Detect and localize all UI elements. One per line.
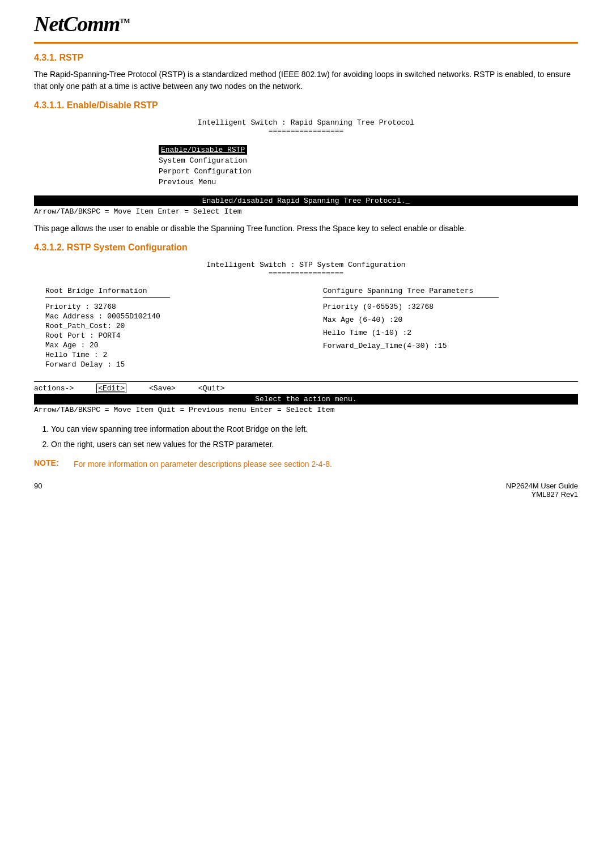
footer-page-number: 90 (34, 482, 42, 499)
config-row-forwarddelay: Forward_Delay_Time(4-30) :15 (323, 342, 567, 350)
menu-item-1[interactable]: System Configuration (159, 155, 453, 166)
root-bridge-row-6: Forward Delay : 15 (45, 360, 289, 369)
root-bridge-row-1: Mac Address : 00055D102140 (45, 312, 289, 321)
footer-right: NP2624M User Guide YML827 Rev1 (506, 482, 578, 499)
root-bridge-row-5: Hello Time : 2 (45, 351, 289, 359)
edit-button[interactable]: <Edit> (96, 384, 126, 393)
menu-item-3[interactable]: Previous Menu (159, 177, 453, 188)
stp-config-title: Intelligent Switch : STP System Configur… (34, 261, 578, 278)
section-431-heading: 4.3.1. RSTP (34, 53, 578, 63)
config-row-maxage: Max Age (6-40) :20 (323, 316, 567, 324)
stp-terminal-title: Intelligent Switch : STP System Configur… (206, 261, 405, 269)
config-row-hellotime: Hello Time (1-10) :2 (323, 329, 567, 337)
menu-item-enable-disable-rstp[interactable]: Enable/Disable RSTP (159, 145, 247, 155)
note-item-2: On the right, users can set new values f… (51, 439, 578, 450)
rstp-menu-title: Intelligent Switch : Rapid Spanning Tree… (159, 118, 453, 135)
logo: NetCommTM (34, 11, 130, 36)
root-bridge-col: Root Bridge Information Priority : 32768… (45, 287, 289, 370)
section-4311-description: This page allows the user to enable or d… (34, 223, 578, 235)
rstp-terminal-title: Intelligent Switch : Rapid Spanning Tree… (198, 118, 414, 127)
root-bridge-title: Root Bridge Information (45, 287, 289, 295)
status-bar-1: Enabled/disabled Rapid Spanning Tree Pro… (34, 195, 578, 217)
rstp-menu-terminal: Intelligent Switch : Rapid Spanning Tree… (159, 118, 453, 188)
actions-bar: actions-> <Edit> <Save> <Quit> Select th… (34, 381, 578, 415)
note-label: NOTE: (34, 458, 68, 470)
configure-spanning-title: Configure Spanning Tree Parameters (323, 287, 567, 295)
root-bridge-row-2: Root_Path_Cost: 20 (45, 322, 289, 330)
root-bridge-row-4: Max Age : 20 (45, 341, 289, 350)
stp-config-columns: Root Bridge Information Priority : 32768… (34, 287, 578, 370)
action-quit[interactable]: <Quit> (198, 384, 225, 393)
note-text: For more information on parameter descri… (74, 458, 332, 470)
section-431-body: The Rapid-Spanning-Tree Protocol (RSTP) … (34, 69, 578, 92)
root-bridge-row-0: Priority : 32768 (45, 303, 289, 311)
action-save[interactable]: <Save> (149, 384, 176, 393)
rstp-menu-items: Enable/Disable RSTP System Configuration… (159, 135, 453, 188)
footer: 90 NP2624M User Guide YML827 Rev1 (34, 470, 578, 499)
status-highlight-1: Enabled/disabled Rapid Spanning Tree Pro… (34, 195, 578, 206)
configure-spanning-divider (323, 297, 499, 298)
actions-row: actions-> <Edit> <Save> <Quit> (34, 384, 578, 394)
root-bridge-divider (45, 297, 170, 298)
menu-item-2[interactable]: Perport Configuration (159, 166, 453, 177)
stp-system-config-terminal: Intelligent Switch : STP System Configur… (34, 261, 578, 415)
footer-product: NP2624M User Guide (506, 482, 578, 490)
root-bridge-row-3: Root Port : PORT4 (45, 331, 289, 340)
logo-text: NetComm (34, 12, 120, 36)
page-header: NetCommTM (34, 11, 578, 44)
stp-terminal-underline: ================= (269, 269, 344, 278)
note-section: NOTE: For more information on parameter … (34, 458, 578, 470)
rstp-terminal-underline: ================= (269, 127, 344, 135)
status-highlight-2: Select the action menu. (34, 394, 578, 405)
logo-tm: TM (120, 17, 129, 25)
footer-revision: YML827 Rev1 (506, 490, 578, 499)
status-nav-2: Arrow/TAB/BKSPC = Move Item Quit = Previ… (34, 405, 578, 415)
section-4311-heading: 4.3.1.1. Enable/Disable RSTP (34, 100, 578, 110)
configure-spanning-col: Configure Spanning Tree Parameters Prior… (323, 287, 567, 370)
actions-label: actions-> (34, 384, 74, 393)
section-4312-heading: 4.3.1.2. RSTP System Configuration (34, 242, 578, 253)
config-row-priority: Priority (0-65535) :32768 (323, 303, 567, 311)
action-edit[interactable]: <Edit> (96, 384, 126, 393)
numbered-notes: You can view spanning tree information a… (51, 423, 578, 450)
note-item-1: You can view spanning tree information a… (51, 423, 578, 435)
status-nav-1: Arrow/TAB/BKSPC = Move Item Enter = Sele… (34, 206, 578, 217)
menu-item-0[interactable]: Enable/Disable RSTP (159, 144, 453, 155)
